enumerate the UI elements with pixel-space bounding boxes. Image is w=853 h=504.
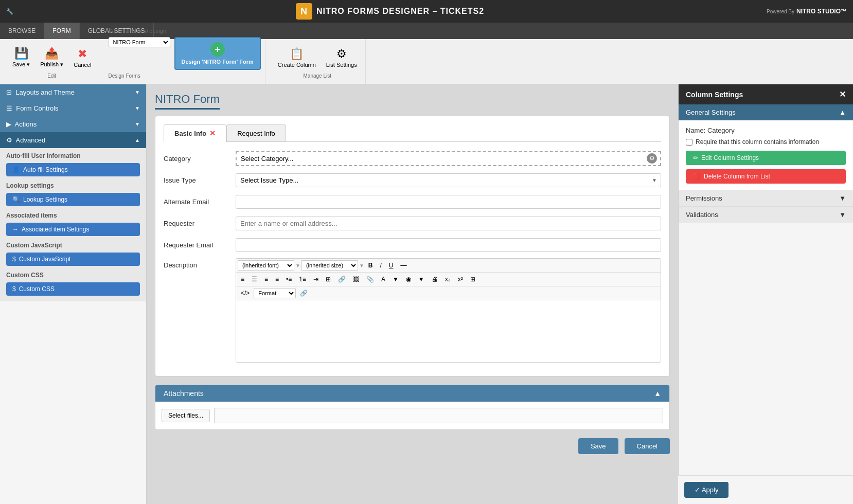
form-cancel-button[interactable]: Cancel	[625, 438, 670, 454]
manage-list-label: Manage List	[304, 73, 331, 79]
alternate-email-input[interactable]	[236, 195, 661, 209]
rte-subscript-btn[interactable]: x₂	[442, 274, 454, 284]
delete-column-button[interactable]: 🚫 Delete Column from List	[686, 169, 846, 184]
form-save-button[interactable]: Save	[578, 438, 618, 454]
rte-source-btn[interactable]: </>	[238, 288, 253, 298]
custom-css-button[interactable]: $ Custom CSS	[6, 282, 140, 296]
nav-tab-form[interactable]: FORM	[44, 23, 79, 39]
file-drop-area[interactable]	[214, 408, 663, 423]
rte-align-center-btn[interactable]: ☰	[248, 274, 260, 284]
actions-icon: ▶	[6, 120, 11, 128]
sidebar-advanced[interactable]: ⚙ Advanced ▲	[0, 132, 146, 148]
title-bar: 🔧 N NITRO FORMS DESIGNER – TICKETS2 Powe…	[0, 0, 853, 23]
rte-file-btn[interactable]: 📎	[363, 274, 377, 284]
issue-type-select[interactable]: Select Issue Type...	[236, 173, 661, 187]
rte-highlight-btn[interactable]: ◉	[403, 274, 414, 284]
associated-item-settings-button[interactable]: ↔ Associated item Settings	[6, 223, 140, 236]
category-select[interactable]: Select Category...	[237, 152, 646, 165]
create-column-button[interactable]: 📋 Create Column	[274, 45, 320, 70]
field-row-requester: Requester	[164, 215, 661, 231]
rte-justify-btn[interactable]: ≡	[272, 274, 282, 284]
advanced-content: Auto-fill User Information 👤 Auto-fill S…	[0, 148, 146, 301]
rte-highlight-chevron[interactable]: ▼	[415, 274, 428, 284]
rte-align-left-btn[interactable]: ≡	[238, 274, 247, 284]
publish-button[interactable]: 📤 Publish ▾	[36, 45, 67, 70]
rte-image-btn[interactable]: 🖼	[350, 274, 362, 284]
attachments-label: Attachments	[164, 389, 204, 398]
rte-body[interactable]	[236, 300, 661, 362]
select-form-label: Select a form to design:	[109, 28, 168, 34]
controls-icon: ☰	[6, 104, 12, 112]
attachments-chevron: ▲	[654, 389, 661, 398]
tab-request-info-label: Request Info	[237, 130, 275, 137]
form-container: Basic Info ✕ Request Info Category Selec…	[155, 116, 670, 376]
rte-toolbar-row2: ≡ ☰ ≡ ≡ •≡ 1≡ ⇥ ⊞ 🔗 🖼 📎 A ▼ ◉	[236, 273, 661, 286]
validations-label: Validations	[686, 211, 718, 219]
nav-tab-browse[interactable]: BROWSE	[0, 23, 44, 39]
require-column-label: Require that this column contains inform…	[696, 138, 819, 146]
edit-column-settings-button[interactable]: ✏ Edit Column Settings	[686, 151, 846, 165]
rte-size-chevron: ▼	[359, 263, 364, 268]
rte-indent-btn[interactable]: ⇥	[310, 274, 322, 284]
permissions-header[interactable]: Permissions ▼	[679, 190, 853, 206]
rte-ol-btn[interactable]: 1≡	[296, 274, 309, 284]
attachments-section: Attachments ▲ Select files...	[155, 385, 670, 430]
design-form-button[interactable]: + Design 'NITRO Form' Form	[174, 37, 261, 70]
list-settings-button[interactable]: ⚙ List Settings	[322, 45, 361, 70]
rte-text-color-btn[interactable]: A	[378, 274, 388, 284]
custom-js-button[interactable]: $ Custom JavaScript	[6, 253, 140, 266]
rte-link-btn[interactable]: 🔗	[335, 274, 349, 284]
form-select[interactable]: NITRO Form	[109, 37, 170, 47]
category-settings-icon[interactable]: ⚙	[647, 153, 657, 164]
lookup-settings-button[interactable]: 🔍 Lookup Settings	[6, 193, 140, 206]
rte-size-select[interactable]: (inherited size)	[301, 260, 358, 271]
rte-text-color-chevron[interactable]: ▼	[389, 274, 402, 284]
rte-bold-btn[interactable]: B	[365, 260, 376, 271]
general-settings-chevron: ▲	[839, 109, 846, 116]
save-button[interactable]: 💾 Save ▾	[8, 45, 34, 70]
general-settings-section[interactable]: General Settings ▲	[679, 104, 853, 120]
associated-label: Associated items	[6, 212, 140, 219]
category-field-wrapper: Select Category... ⚙	[236, 151, 661, 166]
sidebar-form-controls[interactable]: ☰ Form Controls ▼	[0, 100, 146, 116]
rte-underline-btn[interactable]: U	[386, 260, 397, 271]
require-column-checkbox[interactable]	[686, 139, 692, 146]
requester-input[interactable]	[236, 217, 661, 230]
actions-label: ▶ Actions	[6, 120, 37, 128]
validations-header[interactable]: Validations ▼	[679, 207, 853, 223]
rte-font-select[interactable]: (inherited font)	[238, 260, 294, 271]
rte-align-right-btn[interactable]: ≡	[261, 274, 271, 284]
issue-type-label: Issue Type	[164, 176, 236, 184]
column-settings-header: Column Settings ✕	[679, 84, 853, 104]
js-label: Custom JavaScript	[6, 242, 140, 249]
requester-email-input[interactable]	[236, 238, 661, 252]
rte-strikethrough-btn[interactable]: —	[398, 260, 410, 271]
column-settings-close[interactable]: ✕	[839, 89, 846, 99]
sidebar-layouts-theme[interactable]: ⊞ Layouts and Theme ▼	[0, 84, 146, 100]
sidebar-actions[interactable]: ▶ Actions ▼	[0, 116, 146, 132]
cancel-ribbon-button[interactable]: ✖ Cancel	[69, 45, 95, 70]
autofill-settings-button[interactable]: 👤 Auto-fill Settings	[6, 163, 140, 176]
app-logo: N	[296, 3, 312, 20]
rte-superscript-btn[interactable]: x²	[455, 274, 466, 284]
select-files-button[interactable]: Select files...	[162, 409, 210, 422]
rte-format-select[interactable]: Format Paragraph Heading 1 Heading 2	[254, 288, 296, 298]
ribbon-group-edit: 💾 Save ▾ 📤 Publish ▾ ✖ Cancel Edit	[4, 39, 100, 84]
css-label: Custom CSS	[6, 272, 140, 279]
autofill-label: Auto-fill User Information	[6, 152, 140, 159]
attachments-body: Select files...	[155, 402, 669, 429]
rte-table-btn[interactable]: ⊞	[323, 274, 334, 284]
form-title: NITRO Form	[155, 93, 220, 110]
tab-request-info[interactable]: Request Info	[226, 124, 286, 141]
rte-special-btn[interactable]: ⊞	[467, 274, 478, 284]
rte-print-btn[interactable]: 🖨	[429, 274, 441, 284]
rte-ul-btn[interactable]: •≡	[283, 274, 295, 284]
rte-italic-btn[interactable]: I	[377, 260, 384, 271]
tab-basic-info-close[interactable]: ✕	[209, 129, 216, 137]
general-settings-label: General Settings	[686, 109, 736, 116]
rte-font-chevron: ▼	[295, 263, 300, 268]
tab-basic-info[interactable]: Basic Info ✕	[164, 124, 226, 142]
apply-button[interactable]: ✓ Apply	[684, 482, 728, 498]
rte-special2-btn[interactable]: 🔗	[297, 288, 311, 298]
attachments-header[interactable]: Attachments ▲	[155, 385, 669, 402]
